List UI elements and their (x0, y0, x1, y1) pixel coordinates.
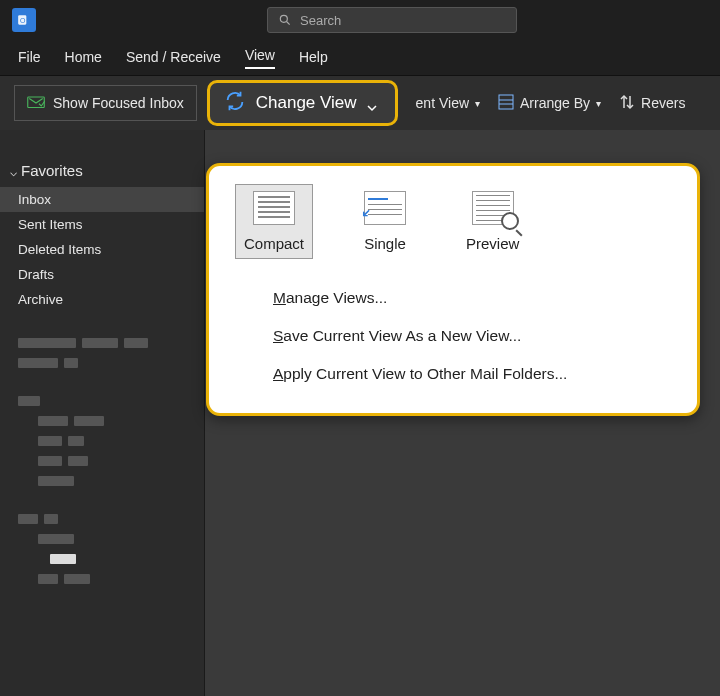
sidebar-item-inbox[interactable]: Inbox (0, 187, 204, 212)
tab-view[interactable]: View (245, 47, 275, 69)
search-container: Search (267, 7, 517, 33)
preview-view-icon (472, 191, 514, 225)
search-input[interactable]: Search (267, 7, 517, 33)
chevron-down-icon: ▾ (596, 98, 601, 109)
title-bar: O Search (0, 0, 720, 40)
arrange-by-label: Arrange By (520, 95, 590, 111)
favorites-header[interactable]: Favorites (0, 158, 204, 187)
sidebar-blurred-section (0, 312, 204, 584)
view-option-compact[interactable]: Compact (235, 184, 313, 259)
view-option-label: Compact (244, 235, 304, 252)
tab-help[interactable]: Help (299, 49, 328, 69)
current-view-label: ent View (416, 95, 469, 111)
reverse-label: Revers (641, 95, 685, 111)
chevron-down-icon (367, 98, 377, 108)
arrange-by-button[interactable]: Arrange By▾ (498, 94, 601, 113)
change-view-icon (224, 90, 246, 117)
tab-send-receive[interactable]: Send / Receive (126, 49, 221, 69)
change-view-label: Change View (256, 93, 357, 113)
compact-view-icon (253, 191, 295, 225)
sidebar-item-drafts[interactable]: Drafts (0, 262, 204, 287)
change-view-dropdown: Compact ➜ Single Preview Manage Views...… (206, 163, 700, 416)
single-view-icon: ➜ (364, 191, 406, 225)
svg-text:O: O (20, 17, 26, 24)
manage-views-item[interactable]: Manage Views... (273, 279, 677, 317)
envelope-check-icon (27, 96, 45, 110)
ribbon: Show Focused Inbox Change View ent View▾… (0, 76, 720, 130)
current-view-button-partial[interactable]: ent View▾ (416, 95, 480, 111)
tab-file[interactable]: File (18, 49, 41, 69)
svg-rect-5 (499, 95, 513, 109)
arrange-by-icon (498, 94, 514, 113)
focused-label: Show Focused Inbox (53, 95, 184, 111)
view-option-single[interactable]: ➜ Single (355, 184, 415, 259)
search-icon (278, 13, 292, 27)
sidebar-item-archive[interactable]: Archive (0, 287, 204, 312)
search-placeholder: Search (300, 13, 341, 28)
view-option-preview[interactable]: Preview (457, 184, 528, 259)
view-option-label: Single (364, 235, 406, 252)
svg-line-3 (287, 22, 290, 25)
outlook-app-icon: O (12, 8, 36, 32)
svg-point-2 (280, 15, 287, 22)
sidebar: Favorites Inbox Sent Items Deleted Items… (0, 130, 205, 696)
chevron-down-icon: ▾ (475, 98, 480, 109)
menu-tabs: File Home Send / Receive View Help (0, 40, 720, 76)
sidebar-item-deleted[interactable]: Deleted Items (0, 237, 204, 262)
reverse-sort-icon (619, 94, 635, 113)
view-option-label: Preview (466, 235, 519, 252)
show-focused-inbox-button[interactable]: Show Focused Inbox (14, 85, 197, 121)
change-view-button[interactable]: Change View (207, 80, 398, 126)
tab-home[interactable]: Home (65, 49, 102, 69)
save-current-view-item[interactable]: Save Current View As a New View... (273, 317, 677, 355)
sidebar-item-sent[interactable]: Sent Items (0, 212, 204, 237)
apply-current-view-item[interactable]: Apply Current View to Other Mail Folders… (273, 355, 677, 393)
reverse-sort-button[interactable]: Revers (619, 94, 685, 113)
